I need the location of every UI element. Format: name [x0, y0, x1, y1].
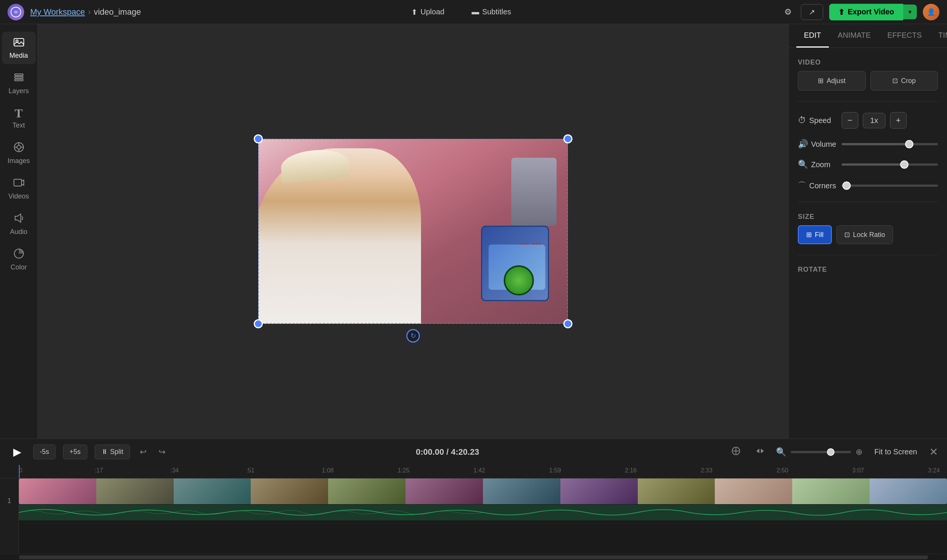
sidebar-item-layers[interactable]: Layers: [2, 67, 36, 100]
lock-ratio-label: Lock Ratio: [853, 231, 885, 239]
tab-edit[interactable]: EDIT: [796, 24, 829, 48]
subtitles-button[interactable]: ▬ Subtitles: [466, 5, 517, 19]
svg-rect-4: [15, 77, 23, 78]
settings-button[interactable]: ⚙: [781, 4, 795, 20]
timeline-tracks: 1: [0, 478, 947, 554]
handle-top-left[interactable]: [254, 134, 263, 143]
zoom-thumb[interactable]: [900, 160, 908, 169]
export-group: ⬆ Export Video ▾: [829, 4, 917, 20]
timeline-zoom-controls: 🔍 ⊕: [776, 447, 862, 457]
speed-control: − 1x +: [842, 112, 907, 129]
video-content: BOO BOO: [258, 139, 568, 324]
video-thumb-8: [560, 478, 638, 504]
tab-effects[interactable]: EFFECTS: [880, 24, 929, 48]
waveform-button[interactable]: [728, 443, 744, 462]
close-timeline-button[interactable]: ✕: [929, 446, 938, 458]
zoom-in-button[interactable]: ⊕: [856, 447, 862, 457]
color-icon: [13, 248, 25, 261]
volume-slider[interactable]: [842, 143, 938, 145]
sidebar-item-text-label: Text: [12, 122, 25, 129]
corners-thumb[interactable]: [842, 182, 851, 190]
ruler-mark-10: 3:07: [852, 467, 864, 474]
skip-forward-button[interactable]: +5s: [63, 445, 87, 459]
divider-2: [798, 202, 938, 202]
video-container: BOO BOO ↻: [258, 139, 568, 324]
skip-back-button[interactable]: -5s: [33, 445, 56, 459]
adjust-icon: ⊞: [818, 77, 824, 85]
redo-button[interactable]: ↪: [156, 445, 168, 459]
audio-icon: [13, 212, 25, 226]
volume-thumb[interactable]: [905, 140, 913, 148]
video-thumb-1: [19, 478, 96, 504]
crop-button[interactable]: ⊡ Crop: [870, 71, 938, 91]
timeline-zoom-slider[interactable]: [791, 451, 851, 453]
sidebar-item-text[interactable]: T Text: [2, 103, 36, 134]
ruler-mark-5: 1:42: [474, 467, 485, 474]
workspace-link[interactable]: My Workspace: [30, 7, 85, 17]
adjust-button[interactable]: ⊞ Adjust: [798, 71, 866, 91]
time-display: 0:00.00 / 4:20.23: [175, 447, 720, 457]
empty-track: [19, 524, 947, 554]
volume-label: Volume: [811, 140, 836, 149]
sidebar-item-media[interactable]: Media: [2, 32, 36, 64]
scrollbar-thumb[interactable]: [19, 555, 928, 559]
handle-bottom-right[interactable]: [563, 319, 572, 328]
volume-row: 🔊 Volume: [798, 139, 938, 149]
corners-row: ⌒ Corners: [798, 180, 938, 191]
export-dropdown-button[interactable]: ▾: [903, 5, 917, 19]
rotate-section-label: ROTATE: [798, 266, 938, 274]
rotation-handle[interactable]: ↻: [406, 329, 420, 343]
sidebar-item-images-label: Images: [8, 157, 30, 165]
corners-slider[interactable]: [842, 185, 938, 187]
subtitles-icon: ▬: [472, 8, 479, 16]
handle-top-right[interactable]: [563, 134, 572, 143]
split-track-button[interactable]: [752, 443, 768, 462]
text-icon: T: [15, 107, 23, 119]
zoom-out-button[interactable]: 🔍: [776, 447, 786, 457]
undo-button[interactable]: ↩: [137, 445, 149, 459]
speed-decrease-button[interactable]: −: [842, 112, 858, 129]
fill-button[interactable]: ⊞ Fill: [798, 225, 832, 244]
play-button[interactable]: ▶: [9, 444, 26, 460]
sidebar-item-color[interactable]: Color: [2, 243, 36, 276]
divider-3: [798, 255, 938, 255]
timeline-playhead[interactable]: [19, 465, 20, 478]
fit-to-screen-button[interactable]: Fit to Screen: [870, 445, 922, 458]
handle-bottom-left[interactable]: [254, 319, 263, 328]
svg-rect-12: [14, 179, 22, 186]
corners-label: Corners: [809, 182, 836, 190]
export-video-button[interactable]: ⬆ Export Video: [829, 4, 903, 20]
tab-timing[interactable]: TIMING: [931, 24, 947, 48]
sidebar-item-videos[interactable]: Videos: [2, 172, 36, 205]
user-avatar[interactable]: 👤: [923, 4, 939, 20]
split-button[interactable]: ⏸ Split: [95, 445, 130, 459]
corners-label-container: ⌒ Corners: [798, 180, 836, 191]
sidebar-item-audio[interactable]: Audio: [2, 208, 36, 240]
main-area: Media Layers T Text Images Videos: [0, 24, 947, 438]
images-icon: [13, 142, 25, 155]
video-thumb-10: [715, 478, 792, 504]
split-icon: ⏸: [101, 448, 108, 456]
video-thumb-11: [792, 478, 870, 504]
video-thumb-7: [483, 478, 560, 504]
timeline-zoom-thumb[interactable]: [827, 448, 834, 456]
topbar: My Workspace › video_image ⬆ Upload ▬ Su…: [0, 0, 947, 24]
sidebar-item-images[interactable]: Images: [2, 137, 36, 169]
speed-increase-button[interactable]: +: [890, 112, 907, 129]
zoom-slider[interactable]: [842, 163, 938, 166]
share-button[interactable]: ↗: [801, 4, 823, 20]
ruler-mark-6: 1:59: [549, 467, 561, 474]
upload-button[interactable]: ⬆ Upload: [405, 5, 450, 20]
topbar-center: ⬆ Upload ▬ Subtitles: [147, 5, 775, 20]
svg-point-7: [17, 145, 21, 149]
media-icon: [13, 36, 25, 49]
timeline-scrollbar[interactable]: [0, 554, 947, 560]
video-thumb-4: [251, 478, 328, 504]
tab-animate[interactable]: ANIMATE: [830, 24, 878, 48]
track-content-1[interactable]: [19, 478, 947, 523]
sidebar-item-audio-label: Audio: [10, 228, 27, 236]
sidebar-item-videos-label: Videos: [8, 192, 29, 200]
video-frame: BOO BOO: [258, 139, 568, 324]
video-thumb-2: [96, 478, 174, 504]
lock-ratio-button[interactable]: ⊡ Lock Ratio: [836, 225, 893, 244]
